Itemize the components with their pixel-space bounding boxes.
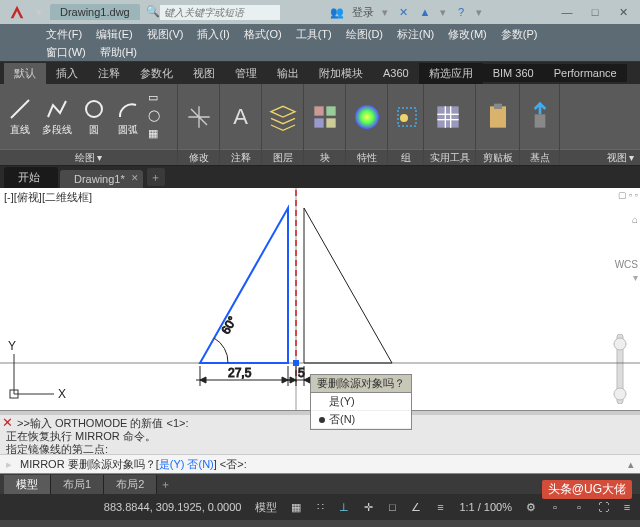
svg-rect-9 [437, 106, 458, 127]
grid-icon[interactable]: ▦ [287, 498, 305, 516]
more2-icon[interactable]: ▫ [570, 498, 588, 516]
svg-line-0 [11, 100, 29, 118]
menu-format[interactable]: 格式(O) [238, 25, 288, 44]
menu-dim[interactable]: 标注(N) [391, 25, 440, 44]
add-layout-button[interactable]: ＋ [157, 477, 173, 492]
dim-angle: 60° [218, 314, 239, 337]
exchange-icon[interactable]: ✕ [396, 5, 410, 19]
filetab-start[interactable]: 开始 [4, 167, 58, 188]
svg-point-8 [400, 114, 408, 122]
ribtab-addon[interactable]: 附加模块 [309, 63, 373, 84]
app-menu-dropdown-icon[interactable]: ▾ [34, 6, 44, 19]
signin-icon[interactable]: 👥 [330, 5, 344, 19]
menu-file[interactable]: 文件(F) [40, 25, 88, 44]
dim-width: 27,5 [228, 366, 252, 380]
login-link[interactable]: 登录 [352, 5, 374, 20]
polar-icon[interactable]: ✛ [359, 498, 377, 516]
tab-layout2[interactable]: 布局2 [104, 475, 157, 494]
tool-layer[interactable] [266, 99, 299, 135]
search-input[interactable] [160, 5, 280, 20]
tool-polyline[interactable]: 多段线 [38, 95, 76, 139]
ribbon-tabs: 默认 插入 注释 参数化 视图 管理 输出 附加模块 A360 精选应用 BIM… [0, 62, 640, 84]
tool-circle[interactable]: 圆 [78, 95, 110, 139]
tool-arc[interactable]: 圆弧 [112, 95, 144, 139]
osnap-icon[interactable]: □ [383, 498, 401, 516]
menu-modify[interactable]: 修改(M) [442, 25, 493, 44]
ribtab-view[interactable]: 视图 [183, 63, 225, 84]
tool-annotate[interactable]: A [224, 99, 257, 135]
tool-rect-icon[interactable]: ▭ [148, 91, 164, 107]
gear-icon[interactable]: ⚙ [522, 498, 540, 516]
mirror-prompt: 要删除源对象吗？ 是(Y) 否(N) [310, 374, 412, 430]
dim-gap: 5 [298, 366, 305, 380]
fullscreen-icon[interactable]: ⛶ [594, 498, 612, 516]
menu-edit[interactable]: 编辑(E) [90, 25, 139, 44]
tab-layout1[interactable]: 布局1 [51, 475, 104, 494]
group-block-title: 块 [304, 149, 345, 165]
svg-marker-30 [304, 208, 392, 363]
minimize-button[interactable]: — [554, 4, 580, 20]
custom-icon[interactable]: ≡ [618, 498, 636, 516]
ribtab-manage[interactable]: 管理 [225, 63, 267, 84]
group-draw-title: 绘图 ▾ [0, 149, 177, 165]
lwt-icon[interactable]: ≡ [431, 498, 449, 516]
group-modify-title: 修改 [178, 149, 219, 165]
tool-props[interactable] [350, 99, 383, 135]
tool-group[interactable] [392, 103, 422, 131]
filetab-drawing1[interactable]: Drawing1*✕ [60, 170, 143, 188]
cloud-icon[interactable]: ▲ [418, 5, 432, 19]
ortho-icon[interactable]: ⊥ [335, 498, 353, 516]
cmd-up-icon[interactable]: ▴ [622, 458, 640, 471]
svg-text:X: X [58, 387, 66, 401]
status-model[interactable]: 模型 [251, 500, 281, 515]
tool-line[interactable]: 直线 [4, 95, 36, 139]
close-tab-icon[interactable]: ✕ [131, 173, 139, 183]
ribtab-param[interactable]: 参数化 [130, 63, 183, 84]
maximize-button[interactable]: □ [582, 4, 608, 20]
svg-rect-4 [314, 118, 323, 127]
ribtab-perf[interactable]: Performance [544, 64, 627, 82]
tool-clipboard[interactable] [480, 99, 515, 135]
selected-dot-icon [319, 417, 325, 423]
svg-rect-5 [326, 118, 335, 127]
close-button[interactable]: ✕ [610, 4, 636, 20]
menu-view[interactable]: 视图(V) [141, 25, 190, 44]
tool-block[interactable] [308, 99, 341, 135]
svg-point-1 [86, 101, 102, 117]
prompt-no[interactable]: 否(N) [311, 411, 411, 429]
snap-icon[interactable]: ∷ [311, 498, 329, 516]
menu-help[interactable]: 帮助(H) [94, 44, 143, 61]
tab-model[interactable]: 模型 [4, 475, 51, 494]
ribtab-bim360[interactable]: BIM 360 [483, 64, 544, 82]
ribtab-a360[interactable]: A360 [373, 64, 419, 82]
tool-modify[interactable] [182, 99, 215, 135]
ribtab-default[interactable]: 默认 [4, 63, 46, 84]
menu-window[interactable]: 窗口(W) [40, 44, 92, 61]
tool-hatch-icon[interactable]: ▦ [148, 127, 164, 143]
tool-base[interactable] [524, 99, 555, 135]
svg-rect-14 [490, 106, 506, 127]
tool-ellipse-icon[interactable]: ◯ [148, 109, 164, 125]
menu-insert[interactable]: 插入(I) [191, 25, 235, 44]
menu-draw[interactable]: 绘图(D) [340, 25, 389, 44]
ribtab-featured[interactable]: 精选应用 [419, 63, 483, 84]
command-input[interactable] [249, 458, 622, 470]
app-logo-icon[interactable] [4, 1, 30, 23]
menu-param[interactable]: 参数(P) [495, 25, 544, 44]
track-icon[interactable]: ∠ [407, 498, 425, 516]
cmd-icon[interactable]: ▸ [0, 458, 18, 471]
tool-utils[interactable] [428, 99, 468, 135]
prompt-question: 要删除源对象吗？ [310, 374, 412, 393]
ribtab-insert[interactable]: 插入 [46, 63, 88, 84]
more1-icon[interactable]: ▫ [546, 498, 564, 516]
svg-rect-3 [326, 106, 335, 115]
svg-rect-15 [494, 103, 502, 108]
prompt-yes[interactable]: 是(Y) [311, 393, 411, 411]
ribtab-annotate[interactable]: 注释 [88, 63, 130, 84]
menu-tools[interactable]: 工具(T) [290, 25, 338, 44]
help-icon[interactable]: ? [454, 5, 468, 19]
status-scale[interactable]: 1:1 / 100% [455, 501, 516, 513]
add-tab-button[interactable]: ＋ [147, 168, 165, 186]
svg-rect-2 [314, 106, 323, 115]
ribtab-output[interactable]: 输出 [267, 63, 309, 84]
